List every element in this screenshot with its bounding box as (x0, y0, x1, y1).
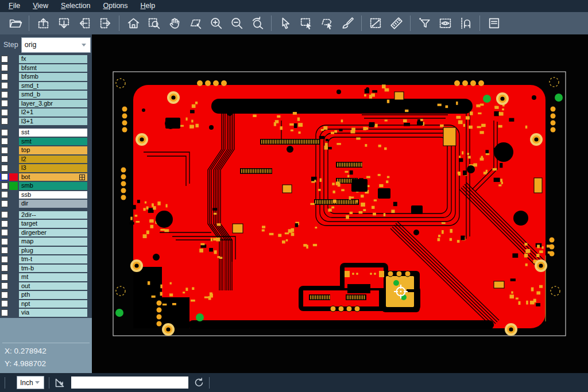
layer-label[interactable]: layer_3.gbr (19, 100, 87, 108)
layer-row-smt[interactable]: smt (0, 138, 92, 146)
menu-item-options[interactable]: Options (96, 0, 134, 12)
layer-checkbox[interactable] (0, 156, 9, 164)
layer-row-2dir--[interactable]: 2dir-- (0, 211, 92, 219)
layers-panel-button[interactable] (484, 14, 504, 33)
layer-label[interactable]: smb (19, 182, 87, 190)
layer-label[interactable]: bfsmb (19, 73, 87, 81)
layer-label[interactable]: l2+1 (19, 108, 87, 117)
layer-label[interactable]: tm-t (19, 255, 87, 263)
filter-button[interactable] (415, 14, 434, 33)
view-options-button[interactable] (435, 14, 455, 33)
measure-angle-button[interactable] (54, 377, 65, 389)
layer-label[interactable]: ssb (19, 191, 87, 199)
layer-checkbox[interactable] (0, 200, 9, 208)
layer-label[interactable]: target (19, 220, 87, 228)
pcb-viewport[interactable] (92, 34, 588, 373)
layer-label[interactable]: tm-b (19, 265, 87, 273)
layer-row-l2[interactable]: l2 (0, 156, 92, 164)
layer-row-target[interactable]: target (0, 220, 92, 228)
open-button[interactable] (5, 14, 25, 33)
refresh-button[interactable] (193, 377, 204, 389)
expand-grid-icon[interactable] (79, 174, 85, 180)
home-button[interactable] (123, 14, 143, 33)
zoom-selection-button[interactable] (185, 14, 205, 33)
layer-row-l3[interactable]: l3 (0, 164, 92, 172)
layer-row-mt[interactable]: mt (0, 273, 92, 281)
layer-row-ssb[interactable]: ssb (0, 191, 92, 199)
layer-label[interactable]: plug (19, 247, 87, 255)
zoom-previous-button[interactable] (247, 14, 267, 33)
layer-checkbox[interactable] (0, 265, 9, 273)
layer-label[interactable]: npt (19, 300, 87, 308)
layer-label[interactable]: dirgerber (19, 229, 87, 237)
layer-label[interactable]: out (19, 282, 87, 290)
layer-label[interactable]: via (19, 309, 87, 317)
layer-row-sst[interactable]: sst (0, 129, 92, 137)
layer-checkbox[interactable] (0, 55, 9, 63)
layer-label[interactable]: smt (19, 138, 87, 146)
layer-row-fx[interactable]: fx (0, 55, 92, 63)
layer-row-pth[interactable]: pth (0, 291, 92, 299)
layer-checkbox[interactable] (0, 247, 9, 255)
layer-label[interactable]: smd_b (19, 91, 87, 99)
layer-label[interactable]: map (19, 238, 87, 246)
layer-row-bot[interactable]: bot (0, 173, 92, 181)
layer-label[interactable]: smd_t (19, 82, 87, 90)
zoom-in-button[interactable] (206, 14, 226, 33)
layer-label[interactable]: mt (19, 273, 87, 281)
layer-checkbox[interactable] (0, 211, 9, 219)
layer-row-bfsmb[interactable]: bfsmb (0, 73, 92, 81)
clear-button[interactable] (338, 14, 357, 33)
layer-row-smd_b[interactable]: smd_b (0, 91, 92, 99)
layer-checkbox[interactable] (0, 108, 9, 117)
menu-item-file[interactable]: File (2, 0, 26, 12)
layer-checkbox[interactable] (0, 309, 9, 317)
measure-ruler-button[interactable] (386, 14, 406, 33)
layer-label[interactable]: sst (19, 129, 87, 137)
layer-checkbox[interactable] (0, 91, 9, 99)
pan-button[interactable] (165, 14, 184, 33)
layer-checkbox[interactable] (0, 282, 9, 290)
layer-checkbox[interactable] (0, 273, 9, 281)
select-poly-button[interactable] (317, 14, 336, 33)
layer-row-dir[interactable]: dir (0, 200, 92, 208)
command-input[interactable] (71, 377, 188, 389)
layer-row-dirgerber[interactable]: dirgerber (0, 229, 92, 237)
layer-row-bfsmt[interactable]: bfsmt (0, 64, 92, 72)
import-left-button[interactable] (75, 14, 94, 33)
layer-checkbox[interactable] (0, 300, 9, 308)
layer-label[interactable]: bfsmt (19, 64, 87, 72)
layer-checkbox[interactable] (0, 291, 9, 299)
import-down-button[interactable] (54, 14, 74, 33)
layer-row-top[interactable]: top (0, 146, 92, 154)
layer-row-map[interactable]: map (0, 238, 92, 246)
layer-label[interactable]: top (19, 146, 87, 154)
zoom-out-button[interactable] (227, 14, 246, 33)
layer-row-npt[interactable]: npt (0, 300, 92, 308)
layer-row-smb[interactable]: smb (0, 182, 92, 190)
layer-label[interactable]: l2 (19, 156, 87, 164)
layer-label[interactable]: bot (19, 173, 87, 181)
layer-checkbox[interactable] (0, 164, 9, 172)
layer-checkbox[interactable] (0, 129, 9, 137)
layer-checkbox[interactable] (0, 146, 9, 154)
layer-row-l2+1[interactable]: l2+1 (0, 108, 92, 117)
layer-label[interactable]: dir (19, 200, 87, 208)
layer-checkbox[interactable] (0, 229, 9, 237)
layer-checkbox[interactable] (0, 182, 9, 190)
layer-row-plug[interactable]: plug (0, 247, 92, 255)
import-up-button[interactable] (33, 14, 53, 33)
layer-row-tm-b[interactable]: tm-b (0, 265, 92, 273)
layer-checkbox[interactable] (0, 118, 9, 126)
layer-row-smd_t[interactable]: smd_t (0, 82, 92, 90)
layer-label[interactable]: l3 (19, 164, 87, 172)
layer-checkbox[interactable] (0, 220, 9, 228)
layer-label[interactable]: l3+1 (19, 118, 87, 126)
layer-row-tm-t[interactable]: tm-t (0, 255, 92, 263)
zoom-window-button[interactable] (144, 14, 164, 33)
menu-item-selection[interactable]: Selection (55, 0, 96, 12)
layer-checkbox[interactable] (0, 255, 9, 263)
select-pointer-button[interactable] (276, 14, 295, 33)
layer-checkbox[interactable] (0, 173, 9, 181)
layer-row-via[interactable]: via (0, 309, 92, 317)
